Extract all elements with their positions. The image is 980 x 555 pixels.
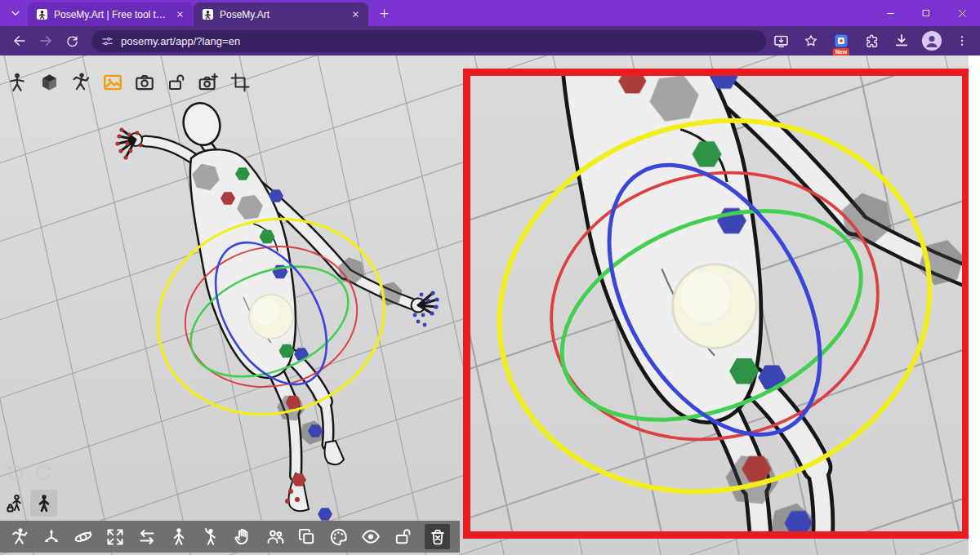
appearance-button[interactable] bbox=[329, 527, 349, 547]
flip-tool-button[interactable] bbox=[137, 527, 157, 547]
lock-open-icon bbox=[167, 73, 186, 92]
scale-tool-button[interactable] bbox=[105, 527, 125, 547]
kebab-menu-icon bbox=[956, 34, 969, 47]
navbar-actions: New bbox=[771, 31, 972, 51]
profile-avatar[interactable] bbox=[922, 31, 942, 51]
move-tool-button[interactable] bbox=[42, 527, 61, 547]
swap-arrows-icon bbox=[137, 527, 157, 547]
unlock-button[interactable] bbox=[393, 527, 412, 547]
new-feature-button[interactable]: New bbox=[831, 31, 851, 51]
move-axes-icon bbox=[42, 527, 61, 547]
prop-cube-tool-button[interactable] bbox=[38, 72, 60, 93]
camera-tool-button[interactable] bbox=[134, 72, 155, 93]
waving-person-icon bbox=[201, 527, 220, 547]
add-posed-model-button[interactable] bbox=[201, 527, 220, 547]
export-image-tool-button[interactable] bbox=[102, 72, 123, 93]
maximize-icon bbox=[921, 8, 931, 18]
url-text[interactable]: posemy.art/app/?lang=en bbox=[121, 35, 240, 47]
lock-open-icon bbox=[394, 527, 412, 546]
back-button[interactable] bbox=[8, 29, 31, 52]
add-camera-tool-button[interactable] bbox=[198, 72, 219, 93]
posemyart-favicon bbox=[202, 8, 214, 20]
rotate-tool-button[interactable] bbox=[74, 527, 93, 547]
person-lock-icon bbox=[6, 494, 25, 513]
trash-icon bbox=[429, 528, 447, 546]
orbit-icon bbox=[74, 527, 93, 547]
bottom-toolbar bbox=[0, 521, 460, 553]
tab-close-icon[interactable] bbox=[349, 8, 362, 21]
downloads-button[interactable] bbox=[892, 31, 911, 51]
undo-button[interactable] bbox=[5, 462, 26, 483]
puzzle-icon bbox=[864, 33, 880, 49]
browser-tab-2-active[interactable]: PoseMy.Art bbox=[194, 2, 368, 26]
visibility-button[interactable] bbox=[361, 527, 381, 547]
add-group-button[interactable] bbox=[265, 527, 285, 547]
star-icon bbox=[804, 33, 818, 48]
image-icon bbox=[102, 72, 123, 93]
bookmark-button[interactable] bbox=[801, 31, 821, 51]
duplicate-button[interactable] bbox=[297, 527, 317, 547]
add-model-button[interactable] bbox=[169, 527, 189, 547]
top-toolbar bbox=[7, 72, 251, 93]
arrow-left-icon bbox=[12, 33, 27, 48]
minimize-icon bbox=[885, 8, 896, 19]
site-settings-tune-icon[interactable] bbox=[101, 35, 114, 47]
screen-share-button[interactable] bbox=[771, 31, 791, 51]
pose-canvas[interactable] bbox=[0, 56, 980, 555]
extensions-button[interactable] bbox=[862, 31, 881, 51]
redo-icon bbox=[33, 462, 54, 483]
forward-button[interactable] bbox=[34, 29, 57, 52]
tab-search-button[interactable] bbox=[5, 2, 26, 24]
animation-tool-button[interactable] bbox=[70, 72, 91, 93]
maximize-button[interactable] bbox=[908, 0, 944, 26]
pin-pose-button[interactable] bbox=[2, 490, 29, 517]
person-solid-icon bbox=[34, 494, 54, 513]
select-figure-button[interactable] bbox=[30, 490, 57, 517]
eye-icon bbox=[361, 526, 381, 547]
posemyart-favicon bbox=[36, 8, 48, 20]
address-bar[interactable]: posemy.art/app/?lang=en bbox=[91, 30, 766, 52]
tab-title: PoseMy.Art bbox=[220, 9, 343, 20]
browser-titlebar: PoseMy.Art | Free tool to create PoseMy.… bbox=[0, 0, 980, 26]
chevron-down-icon bbox=[9, 7, 22, 20]
close-icon bbox=[957, 8, 968, 19]
gizmo-center-highlight bbox=[253, 299, 279, 325]
dancing-figure-icon bbox=[70, 72, 91, 93]
profile-icon bbox=[922, 31, 942, 51]
delete-button[interactable] bbox=[425, 524, 450, 549]
camera-icon bbox=[134, 72, 155, 93]
minimize-button[interactable] bbox=[872, 0, 908, 26]
window-controls bbox=[872, 0, 980, 26]
copy-icon bbox=[297, 527, 316, 546]
browser-menu-button[interactable] bbox=[952, 31, 972, 51]
unlock-tool-button[interactable] bbox=[166, 72, 187, 93]
tab-close-icon[interactable] bbox=[173, 8, 186, 21]
reload-button[interactable] bbox=[60, 29, 83, 52]
undo-icon bbox=[5, 462, 26, 483]
browser-tab-1[interactable]: PoseMy.Art | Free tool to create bbox=[28, 2, 193, 26]
person-icon bbox=[7, 72, 28, 93]
expand-icon bbox=[105, 527, 125, 547]
crop-tool-button[interactable] bbox=[229, 72, 251, 93]
pose-tool-button[interactable] bbox=[7, 72, 28, 93]
close-window-button[interactable] bbox=[944, 0, 980, 26]
dancing-figure-icon bbox=[10, 527, 29, 547]
hand-icon bbox=[234, 527, 252, 546]
standing-person-icon bbox=[169, 527, 189, 547]
cube-icon bbox=[39, 73, 60, 93]
page-scroll-gutter[interactable] bbox=[969, 56, 980, 555]
tab-title: PoseMy.Art | Free tool to create bbox=[54, 9, 167, 20]
plus-icon bbox=[378, 7, 390, 20]
reload-icon bbox=[65, 34, 79, 48]
figure-mini-toolbar bbox=[2, 490, 57, 517]
camera-add-icon bbox=[198, 72, 219, 93]
group-icon bbox=[265, 527, 285, 547]
new-tab-button[interactable] bbox=[373, 2, 394, 24]
pose-figure-button[interactable] bbox=[10, 527, 29, 547]
posemyart-app-page bbox=[0, 56, 980, 555]
crop-icon bbox=[230, 73, 250, 92]
palette-icon bbox=[329, 527, 349, 547]
add-hand-button[interactable] bbox=[234, 527, 253, 547]
redo-button[interactable] bbox=[33, 462, 54, 483]
screen-share-icon bbox=[773, 33, 789, 49]
